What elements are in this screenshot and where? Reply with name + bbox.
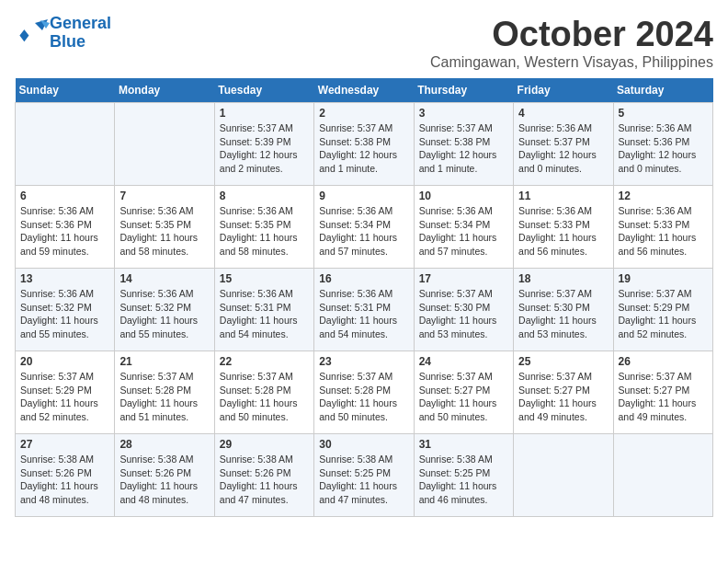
calendar-cell: 24Sunrise: 5:37 AMSunset: 5:27 PMDayligh… bbox=[414, 351, 513, 434]
day-number: 22 bbox=[220, 355, 309, 368]
calendar-cell bbox=[16, 103, 115, 186]
calendar-cell: 30Sunrise: 5:38 AMSunset: 5:25 PMDayligh… bbox=[314, 434, 414, 517]
day-info: Sunrise: 5:36 AMSunset: 5:32 PMDaylight:… bbox=[119, 287, 209, 341]
day-number: 13 bbox=[20, 272, 109, 285]
day-number: 24 bbox=[419, 355, 508, 368]
day-number: 20 bbox=[20, 355, 109, 368]
svg-text:⬧: ⬧ bbox=[17, 18, 32, 47]
day-info: Sunrise: 5:36 AMSunset: 5:31 PMDaylight:… bbox=[220, 287, 309, 341]
day-info: Sunrise: 5:37 AMSunset: 5:38 PMDaylight:… bbox=[319, 121, 408, 176]
header-sunday: Sunday bbox=[16, 78, 115, 103]
day-number: 12 bbox=[619, 190, 708, 202]
day-number: 23 bbox=[319, 355, 408, 368]
day-number: 8 bbox=[220, 190, 309, 202]
calendar-cell bbox=[613, 434, 712, 517]
calendar-cell: 26Sunrise: 5:37 AMSunset: 5:27 PMDayligh… bbox=[613, 351, 712, 434]
day-info: Sunrise: 5:38 AMSunset: 5:25 PMDaylight:… bbox=[419, 453, 508, 507]
day-number: 7 bbox=[119, 190, 209, 202]
day-number: 2 bbox=[319, 107, 408, 120]
calendar-cell: 23Sunrise: 5:37 AMSunset: 5:28 PMDayligh… bbox=[314, 351, 414, 434]
page-header: ⬧ General Blue October 2024 Camingawan, … bbox=[15, 15, 713, 71]
day-number: 28 bbox=[119, 438, 209, 451]
calendar-cell: 5Sunrise: 5:36 AMSunset: 5:36 PMDaylight… bbox=[613, 103, 712, 186]
day-number: 5 bbox=[619, 107, 708, 120]
logo-text: General Blue bbox=[50, 15, 111, 52]
calendar-cell: 31Sunrise: 5:38 AMSunset: 5:25 PMDayligh… bbox=[414, 434, 513, 517]
calendar-cell: 15Sunrise: 5:36 AMSunset: 5:31 PMDayligh… bbox=[214, 269, 313, 351]
calendar-week-4: 20Sunrise: 5:37 AMSunset: 5:29 PMDayligh… bbox=[16, 351, 713, 434]
calendar-cell: 17Sunrise: 5:37 AMSunset: 5:30 PMDayligh… bbox=[414, 269, 513, 351]
calendar-cell: 9Sunrise: 5:36 AMSunset: 5:34 PMDaylight… bbox=[314, 186, 414, 269]
day-number: 25 bbox=[518, 355, 608, 368]
day-number: 17 bbox=[419, 272, 508, 285]
header-tuesday: Tuesday bbox=[214, 78, 313, 103]
header-thursday: Thursday bbox=[414, 78, 513, 103]
calendar-cell: 1Sunrise: 5:37 AMSunset: 5:39 PMDaylight… bbox=[214, 103, 313, 186]
calendar-cell: 27Sunrise: 5:38 AMSunset: 5:26 PMDayligh… bbox=[16, 434, 115, 517]
calendar-week-5: 27Sunrise: 5:38 AMSunset: 5:26 PMDayligh… bbox=[16, 434, 713, 517]
calendar-cell: 21Sunrise: 5:37 AMSunset: 5:28 PMDayligh… bbox=[115, 351, 214, 434]
day-number: 3 bbox=[419, 107, 508, 120]
calendar-cell: 18Sunrise: 5:37 AMSunset: 5:30 PMDayligh… bbox=[514, 269, 613, 351]
logo: ⬧ General Blue bbox=[15, 15, 111, 52]
day-info: Sunrise: 5:36 AMSunset: 5:36 PMDaylight:… bbox=[20, 204, 109, 259]
calendar-cell: 25Sunrise: 5:37 AMSunset: 5:27 PMDayligh… bbox=[514, 351, 613, 434]
day-info: Sunrise: 5:38 AMSunset: 5:25 PMDaylight:… bbox=[319, 453, 408, 507]
day-info: Sunrise: 5:36 AMSunset: 5:35 PMDaylight:… bbox=[119, 204, 209, 259]
day-number: 21 bbox=[119, 355, 209, 368]
calendar-week-2: 6Sunrise: 5:36 AMSunset: 5:36 PMDaylight… bbox=[16, 186, 713, 269]
day-number: 4 bbox=[518, 107, 608, 120]
day-info: Sunrise: 5:37 AMSunset: 5:30 PMDaylight:… bbox=[419, 287, 508, 341]
calendar-cell: 29Sunrise: 5:38 AMSunset: 5:26 PMDayligh… bbox=[214, 434, 313, 517]
day-info: Sunrise: 5:36 AMSunset: 5:32 PMDaylight:… bbox=[20, 287, 109, 341]
calendar-table: SundayMondayTuesdayWednesdayThursdayFrid… bbox=[15, 78, 713, 517]
calendar-cell: 10Sunrise: 5:36 AMSunset: 5:34 PMDayligh… bbox=[414, 186, 513, 269]
day-number: 18 bbox=[518, 272, 608, 285]
day-number: 1 bbox=[220, 107, 309, 120]
calendar-cell: 16Sunrise: 5:36 AMSunset: 5:31 PMDayligh… bbox=[314, 269, 414, 351]
day-info: Sunrise: 5:37 AMSunset: 5:39 PMDaylight:… bbox=[220, 121, 309, 176]
day-info: Sunrise: 5:37 AMSunset: 5:28 PMDaylight:… bbox=[119, 370, 209, 424]
day-info: Sunrise: 5:38 AMSunset: 5:26 PMDaylight:… bbox=[20, 453, 109, 507]
day-info: Sunrise: 5:37 AMSunset: 5:29 PMDaylight:… bbox=[619, 287, 708, 341]
day-number: 9 bbox=[319, 190, 408, 202]
day-info: Sunrise: 5:37 AMSunset: 5:30 PMDaylight:… bbox=[518, 287, 608, 341]
calendar-cell: 8Sunrise: 5:36 AMSunset: 5:35 PMDaylight… bbox=[214, 186, 313, 269]
logo-icon: ⬧ bbox=[15, 16, 50, 51]
title-block: October 2024 Camingawan, Western Visayas… bbox=[430, 15, 713, 71]
calendar-cell: 3Sunrise: 5:37 AMSunset: 5:38 PMDaylight… bbox=[414, 103, 513, 186]
day-number: 15 bbox=[220, 272, 309, 285]
month-title: October 2024 bbox=[430, 15, 713, 54]
calendar-cell bbox=[115, 103, 214, 186]
day-info: Sunrise: 5:37 AMSunset: 5:38 PMDaylight:… bbox=[419, 121, 508, 176]
day-number: 6 bbox=[20, 190, 109, 202]
day-info: Sunrise: 5:37 AMSunset: 5:28 PMDaylight:… bbox=[220, 370, 309, 424]
day-info: Sunrise: 5:36 AMSunset: 5:35 PMDaylight:… bbox=[220, 204, 309, 259]
day-number: 10 bbox=[419, 190, 508, 202]
day-number: 30 bbox=[319, 438, 408, 451]
day-info: Sunrise: 5:38 AMSunset: 5:26 PMDaylight:… bbox=[220, 453, 309, 507]
day-info: Sunrise: 5:36 AMSunset: 5:34 PMDaylight:… bbox=[319, 204, 408, 259]
day-info: Sunrise: 5:36 AMSunset: 5:34 PMDaylight:… bbox=[419, 204, 508, 259]
day-info: Sunrise: 5:37 AMSunset: 5:28 PMDaylight:… bbox=[319, 370, 408, 424]
day-info: Sunrise: 5:38 AMSunset: 5:26 PMDaylight:… bbox=[119, 453, 209, 507]
calendar-cell: 22Sunrise: 5:37 AMSunset: 5:28 PMDayligh… bbox=[214, 351, 313, 434]
header-saturday: Saturday bbox=[613, 78, 712, 103]
day-info: Sunrise: 5:36 AMSunset: 5:33 PMDaylight:… bbox=[518, 204, 608, 259]
day-number: 11 bbox=[518, 190, 608, 202]
day-info: Sunrise: 5:36 AMSunset: 5:36 PMDaylight:… bbox=[619, 121, 708, 176]
logo-line1: General bbox=[50, 14, 111, 32]
calendar-cell: 28Sunrise: 5:38 AMSunset: 5:26 PMDayligh… bbox=[115, 434, 214, 517]
calendar-cell: 20Sunrise: 5:37 AMSunset: 5:29 PMDayligh… bbox=[16, 351, 115, 434]
calendar-cell: 12Sunrise: 5:36 AMSunset: 5:33 PMDayligh… bbox=[613, 186, 712, 269]
calendar-cell bbox=[514, 434, 613, 517]
calendar-week-1: 1Sunrise: 5:37 AMSunset: 5:39 PMDaylight… bbox=[16, 103, 713, 186]
day-number: 31 bbox=[419, 438, 508, 451]
day-number: 26 bbox=[619, 355, 708, 368]
day-info: Sunrise: 5:37 AMSunset: 5:27 PMDaylight:… bbox=[419, 370, 508, 424]
day-number: 14 bbox=[119, 272, 209, 285]
calendar-cell: 2Sunrise: 5:37 AMSunset: 5:38 PMDaylight… bbox=[314, 103, 414, 186]
calendar-cell: 14Sunrise: 5:36 AMSunset: 5:32 PMDayligh… bbox=[115, 269, 214, 351]
day-number: 19 bbox=[619, 272, 708, 285]
header-wednesday: Wednesday bbox=[314, 78, 414, 103]
